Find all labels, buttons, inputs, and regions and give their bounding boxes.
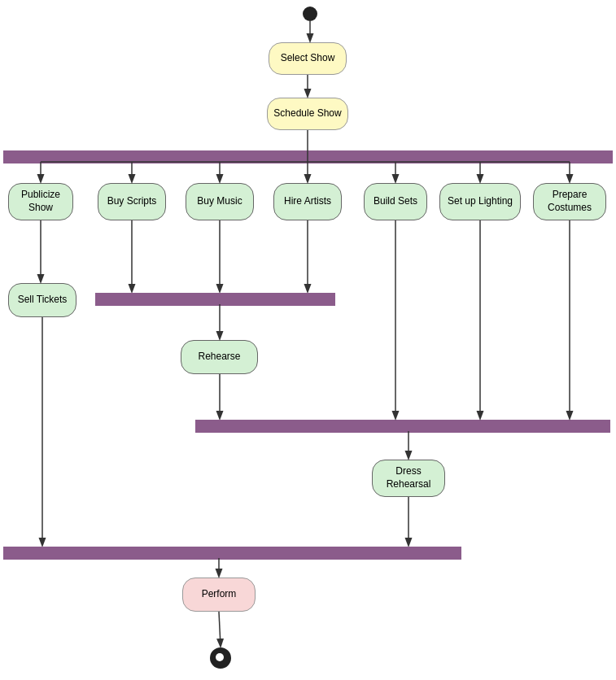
select-show-label: Select Show	[281, 52, 335, 65]
rehearse-label: Rehearse	[198, 351, 240, 364]
buy-music-node: Buy Music	[186, 183, 254, 220]
setup-lighting-label: Set up Lighting	[448, 195, 513, 208]
buy-music-label: Buy Music	[197, 195, 242, 208]
prepare-costumes-label: PrepareCostumes	[548, 189, 592, 214]
schedule-show-node: Schedule Show	[267, 98, 348, 130]
activity-diagram: Select Show Schedule Show PublicizeShow …	[0, 0, 616, 680]
sell-tickets-label: Sell Tickets	[18, 294, 68, 307]
sell-tickets-node: Sell Tickets	[8, 283, 76, 317]
swimlane-bar-1	[3, 150, 613, 163]
swimlane-bar-4	[3, 547, 461, 560]
select-show-node: Select Show	[269, 42, 347, 75]
perform-node: Perform	[182, 578, 256, 612]
hire-artists-label: Hire Artists	[284, 195, 331, 208]
prepare-costumes-node: PrepareCostumes	[533, 183, 606, 220]
build-sets-label: Build Sets	[374, 195, 417, 208]
build-sets-node: Build Sets	[364, 183, 427, 220]
hire-artists-node: Hire Artists	[273, 183, 342, 220]
buy-scripts-label: Buy Scripts	[107, 195, 157, 208]
perform-label: Perform	[202, 588, 237, 601]
buy-scripts-node: Buy Scripts	[98, 183, 166, 220]
end-node	[210, 647, 231, 669]
rehearse-node: Rehearse	[181, 340, 258, 374]
schedule-show-label: Schedule Show	[273, 107, 341, 120]
svg-line-27	[219, 612, 221, 646]
start-node	[303, 7, 317, 21]
publicize-show-label: PublicizeShow	[21, 189, 60, 214]
swimlane-bar-3	[195, 420, 610, 433]
dress-rehearsal-node: DressRehearsal	[372, 460, 445, 497]
dress-rehearsal-label: DressRehearsal	[387, 465, 431, 490]
publicize-show-node: PublicizeShow	[8, 183, 73, 220]
setup-lighting-node: Set up Lighting	[439, 183, 521, 220]
swimlane-bar-2	[95, 293, 335, 306]
